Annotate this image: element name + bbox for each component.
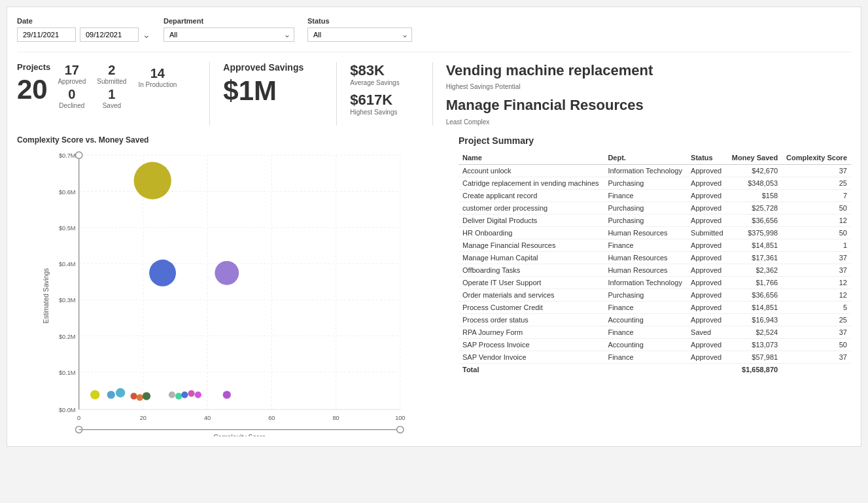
scatter-chart: Estimated Savings: [17, 148, 449, 436]
table-row[interactable]: Process order statusAccountingApproved$1…: [459, 313, 851, 326]
table-wrapper[interactable]: Name Dept. Status Money Saved Complexity…: [459, 151, 851, 375]
col-money: Money Saved: [727, 151, 782, 165]
table-cell: Approved: [687, 177, 727, 189]
bubble-small-5[interactable]: [137, 394, 143, 400]
department-select-wrapper[interactable]: All: [164, 27, 294, 42]
table-row[interactable]: Catridge replacement in vending machines…: [459, 177, 851, 189]
date-filter-group: Date ⌄: [17, 17, 150, 42]
submitted-num: 2: [108, 62, 115, 78]
x-label-0: 0: [77, 415, 80, 421]
highlights-kpi: Vending machine replacement Highest Savi…: [446, 62, 851, 126]
status-select-wrapper[interactable]: All: [307, 27, 412, 42]
department-select[interactable]: All: [164, 27, 294, 42]
bubble-catridge[interactable]: [215, 261, 239, 285]
filter-bar: Date ⌄ Department All Status All: [17, 17, 851, 52]
table-cell: Approved: [687, 276, 727, 288]
table-row[interactable]: Process Customer CreditFinanceApproved$1…: [459, 301, 851, 313]
col-dept: Dept.: [604, 151, 687, 165]
bubble-hr-onboarding[interactable]: [149, 260, 176, 286]
x-label-40: 40: [204, 415, 211, 421]
bubble-small-1[interactable]: [90, 390, 99, 399]
table-cell: Purchasing: [604, 214, 687, 226]
date-to-input[interactable]: [80, 27, 139, 42]
highest-savings-label: Highest Savings: [350, 109, 399, 116]
table-cell: Process order status: [459, 313, 604, 326]
highlight-second-title: Manage Financial Resources: [446, 97, 851, 114]
y-slider-top[interactable]: [76, 152, 82, 158]
approved-savings-kpi: Approved Savings $1M: [223, 62, 304, 107]
table-cell: Approved: [687, 264, 727, 276]
table-cell: Information Technology: [604, 164, 687, 177]
divider-1: [209, 62, 210, 126]
bubble-small-4[interactable]: [130, 392, 137, 399]
projects-section: Projects 20: [17, 62, 50, 103]
total-value: $1,658,870: [727, 363, 782, 375]
table-cell: 1: [782, 239, 851, 251]
table-cell: Approved: [687, 189, 727, 201]
main-content: Complexity Score vs. Money Saved Estimat…: [17, 135, 851, 436]
table-cell: 50: [782, 201, 851, 214]
approved-label: Approved: [58, 78, 86, 85]
table-row[interactable]: SAP Vendor InvoiceFinanceApproved$57,981…: [459, 351, 851, 363]
highlight-second-sub: Least Complex: [446, 118, 851, 126]
table-cell: $14,851: [727, 239, 782, 251]
table-cell: $1,766: [727, 276, 782, 288]
table-cell: customer order processing: [459, 201, 604, 214]
table-cell: 37: [782, 251, 851, 264]
bubble-small-3[interactable]: [116, 388, 125, 397]
submitted-stat: 2 Submitted: [97, 62, 126, 85]
table-cell: Approved: [687, 164, 727, 177]
table-cell: 50: [782, 338, 851, 351]
y-label-01: $0.1M: [59, 370, 76, 376]
status-select[interactable]: All: [307, 27, 412, 42]
table-cell: Manage Financial Resources: [459, 239, 604, 251]
table-row[interactable]: Deliver Digital ProductsPurchasingApprov…: [459, 214, 851, 226]
table-cell: 37: [782, 164, 851, 177]
bubble-small-9[interactable]: [181, 391, 188, 398]
approved-savings-label: Approved Savings: [223, 62, 304, 73]
declined-stat: 0 Declined: [57, 86, 86, 109]
table-row[interactable]: Manage Human CapitalHuman ResourcesAppro…: [459, 251, 851, 264]
bubble-vending[interactable]: [134, 162, 171, 199]
table-cell: Finance: [604, 301, 687, 313]
avg-savings: $83K Average Savings: [350, 62, 399, 86]
table-cell: Create applicant record: [459, 189, 604, 201]
x-label-60: 60: [268, 415, 275, 421]
table-cell: Purchasing: [604, 201, 687, 214]
table-row[interactable]: HR OnboardingHuman ResourcesSubmitted$37…: [459, 226, 851, 239]
table-row[interactable]: customer order processingPurchasingAppro…: [459, 201, 851, 214]
bubble-small-10[interactable]: [188, 390, 194, 396]
slider-right[interactable]: [397, 426, 404, 432]
calendar-icon[interactable]: ⌄: [143, 29, 150, 40]
status-filter-label: Status: [307, 17, 412, 25]
bubble-small-7[interactable]: [169, 391, 175, 398]
bubble-small-12[interactable]: [223, 390, 231, 398]
table-row[interactable]: RPA Journey FormFinanceSaved$2,52437: [459, 326, 851, 338]
table-cell: $57,981: [727, 351, 782, 363]
col-name: Name: [459, 151, 604, 165]
table-row[interactable]: SAP Process InvoiceAccountingApproved$13…: [459, 338, 851, 351]
table-cell: Operate IT User Support: [459, 276, 604, 288]
bubble-small-6[interactable]: [143, 392, 150, 400]
bubble-small-11[interactable]: [195, 391, 201, 398]
table-row[interactable]: Offboarding TasksHuman ResourcesApproved…: [459, 264, 851, 276]
date-from-input[interactable]: [17, 27, 76, 42]
table-cell: Accounting: [604, 313, 687, 326]
table-cell: $348,053: [727, 177, 782, 189]
y-axis-label: Estimated Savings: [43, 268, 50, 324]
table-cell: Approved: [687, 301, 727, 313]
table-cell: 37: [782, 264, 851, 276]
declined-label: Declined: [59, 102, 84, 109]
table-row[interactable]: Order materials and servicesPurchasingAp…: [459, 288, 851, 301]
table-row[interactable]: Create applicant recordFinanceApproved$1…: [459, 189, 851, 201]
table-row[interactable]: Operate IT User SupportInformation Techn…: [459, 276, 851, 288]
table-cell: 37: [782, 326, 851, 338]
table-cell: 12: [782, 214, 851, 226]
x-label-20: 20: [140, 415, 147, 421]
total-empty-3: [782, 363, 851, 375]
dashboard-container: Date ⌄ Department All Status All: [7, 7, 861, 447]
table-row[interactable]: Manage Financial ResourcesFinanceApprove…: [459, 239, 851, 251]
bubble-small-8[interactable]: [175, 392, 182, 399]
bubble-small-2[interactable]: [107, 390, 115, 398]
table-row[interactable]: Account unlockInformation TechnologyAppr…: [459, 164, 851, 177]
